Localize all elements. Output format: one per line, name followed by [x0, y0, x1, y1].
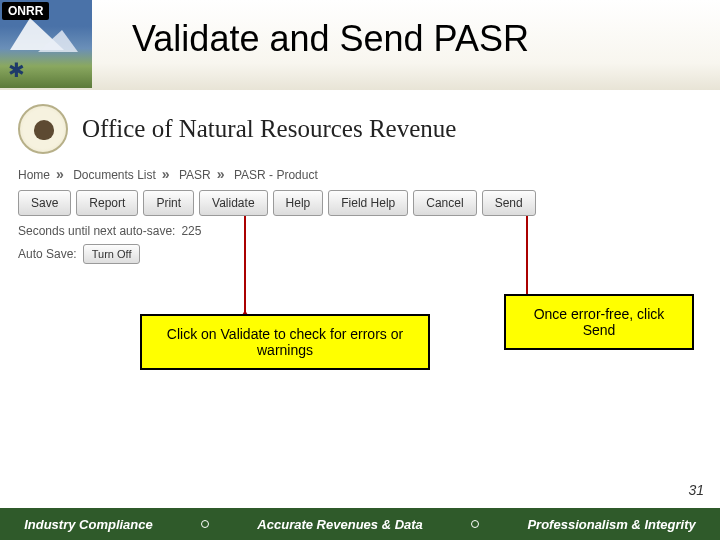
app-screenshot: Office of Natural Resources Revenue Home… [0, 90, 720, 274]
footer-text: Accurate Revenues & Data [257, 517, 422, 532]
breadcrumb-item[interactable]: Home [18, 168, 50, 182]
validate-button[interactable]: Validate [199, 190, 267, 216]
turbine-icon: ✱ [8, 58, 25, 82]
bullet-icon [201, 520, 209, 528]
cancel-button[interactable]: Cancel [413, 190, 476, 216]
bullet-icon [471, 520, 479, 528]
autosave-countdown: Seconds until next auto-save: 225 [18, 224, 710, 238]
footer-text: Professionalism & Integrity [527, 517, 695, 532]
doi-seal-icon [18, 104, 68, 154]
office-title: Office of Natural Resources Revenue [82, 115, 456, 143]
breadcrumb-item: PASR - Product [234, 168, 318, 182]
page-number: 31 [688, 482, 704, 498]
callout-validate: Click on Validate to check for errors or… [140, 314, 430, 370]
slide-footer: Industry Compliance Accurate Revenues & … [0, 508, 720, 540]
send-button[interactable]: Send [482, 190, 536, 216]
slide-title: Validate and Send PASR [92, 0, 720, 60]
breadcrumb-item[interactable]: Documents List [73, 168, 156, 182]
breadcrumb-item[interactable]: PASR [179, 168, 211, 182]
autosave-toggle-button[interactable]: Turn Off [83, 244, 141, 264]
field-help-button[interactable]: Field Help [328, 190, 408, 216]
toolbar: Save Report Print Validate Help Field He… [18, 190, 710, 216]
help-button[interactable]: Help [273, 190, 324, 216]
callout-send: Once error-free, click Send [504, 294, 694, 350]
slide-header: ONRR ✱ Validate and Send PASR [0, 0, 720, 90]
onrr-logo: ONRR ✱ [0, 0, 92, 88]
footer-text: Industry Compliance [24, 517, 153, 532]
annotation-arrow [244, 216, 246, 316]
print-button[interactable]: Print [143, 190, 194, 216]
report-button[interactable]: Report [76, 190, 138, 216]
breadcrumb: Home» Documents List» PASR» PASR - Produ… [18, 166, 710, 182]
autosave-toggle-row: Auto Save: Turn Off [18, 244, 710, 264]
annotation-arrow [526, 216, 528, 298]
autosave-seconds: 225 [181, 224, 201, 238]
mountain-icon [38, 30, 78, 52]
save-button[interactable]: Save [18, 190, 71, 216]
